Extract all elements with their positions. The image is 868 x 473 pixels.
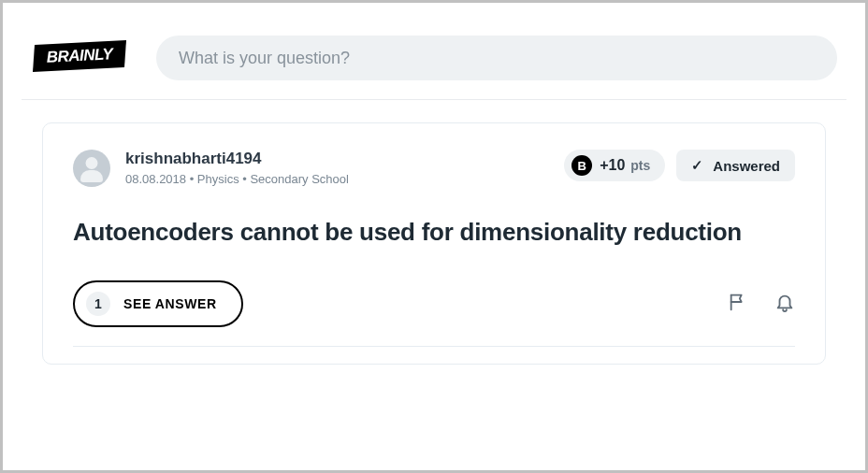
question-meta: 08.08.2018 • Physics • Secondary School (125, 172, 349, 186)
brand-logo[interactable]: BRAINLY (31, 39, 128, 77)
see-answer-button[interactable]: 1 SEE ANSWER (73, 280, 243, 327)
answer-count: 1 (86, 292, 110, 316)
check-icon: ✓ (691, 157, 703, 174)
avatar[interactable] (73, 150, 110, 187)
points-value: +10 (600, 157, 625, 174)
bell-icon[interactable] (774, 292, 795, 316)
search-placeholder: What is your question? (179, 49, 350, 68)
points-unit: pts (630, 158, 650, 173)
brainly-coin-icon: B (571, 155, 592, 176)
search-input[interactable]: What is your question? (156, 36, 837, 80)
question-title: Autoencoders cannot be used for dimensio… (73, 215, 795, 251)
question-card: krishnabharti4194 08.08.2018 • Physics •… (42, 122, 826, 365)
see-answer-label: SEE ANSWER (123, 296, 217, 311)
flag-icon[interactable] (728, 292, 748, 316)
header: BRAINLY What is your question? (22, 22, 846, 100)
points-badge: B +10 pts (564, 150, 665, 181)
brand-logo-text: BRAINLY (46, 45, 115, 66)
author-link[interactable]: krishnabharti4194 (125, 150, 349, 168)
answered-label: Answered (713, 158, 780, 174)
answered-badge: ✓ Answered (676, 150, 795, 181)
